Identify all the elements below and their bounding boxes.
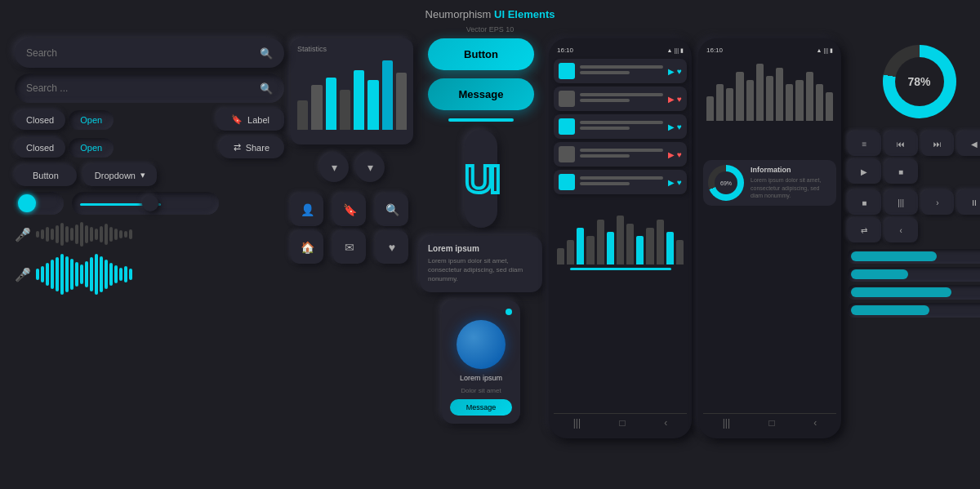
phone-bars (557, 207, 684, 265)
share-button[interactable]: ⇄ Share (219, 136, 284, 158)
scrollbar-4[interactable] (848, 303, 980, 318)
action-1[interactable]: ▶ ♥ (668, 67, 682, 76)
toggle-slider-row (15, 192, 284, 215)
pause-btn[interactable]: ⏸ (957, 190, 980, 215)
signal-icon: ||| (675, 47, 679, 54)
heart-icon-btn[interactable]: ♥ (376, 231, 408, 264)
phone-icons-left: ▲ ||| ▮ (667, 47, 684, 54)
phone-nav-right: ||| □ ‹ (703, 413, 836, 432)
home-icon-btn[interactable]: 🏠 (291, 231, 323, 264)
phone-status-bar-right: 16:10 ▲ ||| ▮ (703, 45, 836, 56)
search-field-2[interactable] (26, 82, 260, 94)
list-item[interactable]: ▶ ♥ (554, 59, 687, 83)
scrollbar-thumb-2 (851, 269, 908, 279)
chevron-down-btn-1[interactable]: ▾ (319, 153, 349, 182)
cyan-button[interactable]: Button (428, 38, 534, 70)
page-title: Neumorphism UI Elements (0, 0, 980, 25)
music-knob[interactable] (457, 320, 506, 369)
scrollbar-3[interactable] (848, 285, 980, 300)
forward-btn[interactable]: › (921, 190, 955, 215)
slider[interactable] (72, 192, 219, 215)
controls-column: 🔍 🔍 Closed Open 🔖 Label Closed Open (15, 38, 284, 438)
toggle-share-row: Closed Open ⇄ Share (15, 136, 284, 158)
action-2[interactable]: ▶ ♥ (668, 95, 682, 104)
thumb-1 (559, 63, 575, 79)
lorem-body: Lorem ipsum dolor sit amet, consectetur … (428, 256, 534, 284)
info-body: Lorem ipsum dolor sit amet, consectetur … (751, 176, 831, 200)
action-4[interactable]: ▶ ♥ (668, 150, 682, 159)
music-message-btn[interactable]: Message (450, 399, 513, 416)
wifi-icon: ▲ (667, 47, 673, 54)
scrollbar-1[interactable] (848, 249, 980, 264)
thumb-2 (559, 91, 575, 107)
closed-button-1[interactable]: Closed (15, 110, 65, 130)
info-title: Information (751, 166, 831, 174)
thumb-5 (559, 174, 575, 190)
nav-menu-icon-r[interactable]: ||| (723, 417, 730, 429)
search-field-1[interactable] (26, 47, 260, 59)
phone-chart-area (703, 59, 836, 157)
thumb-4 (559, 146, 575, 162)
bars-btn[interactable]: ||| (884, 190, 918, 215)
nav-home-icon[interactable]: □ (620, 417, 626, 429)
fastforward-btn[interactable]: ⏭ (921, 131, 955, 156)
action-5[interactable]: ▶ ♥ (668, 178, 682, 187)
main-button[interactable]: Button (15, 165, 77, 186)
bookmark-icon-btn[interactable]: 🔖 (333, 193, 366, 226)
big-donut-pct: 78% (907, 75, 930, 88)
stop-btn[interactable]: ■ (884, 159, 918, 184)
wave-bars-2 (36, 254, 132, 295)
open-button-1[interactable]: Open (69, 110, 114, 130)
search-input-2[interactable]: 🔍 (15, 73, 284, 103)
lorem-title: Lorem ipsum (428, 244, 534, 253)
list-item[interactable]: ▶ ♥ (554, 142, 687, 167)
voice-row-1: 🎤 (15, 222, 284, 247)
closed-button-2[interactable]: Closed (15, 138, 65, 158)
phone-nav-left: ||| □ ‹ (554, 413, 687, 432)
cyan-message-button[interactable]: Message (428, 78, 534, 110)
phone-bar-chart (554, 204, 687, 273)
phone-icons-right: ▲ ||| ▮ (817, 47, 833, 54)
phone-list: ▶ ♥ ▶ ♥ ▶ ♥ (554, 59, 687, 410)
nav-back-icon-r[interactable]: ‹ (813, 417, 817, 429)
rewind-btn[interactable]: ⏮ (884, 131, 918, 156)
prev-btn[interactable]: ◀ (957, 131, 980, 156)
toggle-switch[interactable] (15, 192, 64, 215)
chevron-row: ▾ ▾ (291, 153, 413, 182)
info-column: 78% ≡ ⏮ ⏭ ◀ ▶ ■ ■ ||| › ⏸ ⇄ ‹ (848, 38, 980, 438)
open-button-2[interactable]: Open (69, 138, 114, 158)
shuffle-btn[interactable]: ⇄ (848, 218, 881, 242)
list-item[interactable]: ▶ ♥ (554, 87, 687, 111)
phone-right: 16:10 ▲ ||| ▮ 69% Information Lorem ipsu… (698, 38, 841, 438)
music-player: Lorem ipsum Dolor sit amet Message (442, 300, 521, 424)
info-text: Information Lorem ipsum dolor sit amet, … (751, 166, 831, 200)
buttons-column: Button Message UI Lorem ipsum Lorem ipsu… (420, 38, 542, 438)
text-5 (580, 176, 663, 188)
wifi-icon-r: ▲ (817, 47, 822, 54)
mail-icon-btn[interactable]: ✉ (333, 231, 366, 264)
action-3[interactable]: ▶ ♥ (668, 122, 682, 131)
stop2-btn[interactable]: ■ (848, 190, 881, 215)
page-subtitle: Vector EPS 10 (0, 25, 980, 33)
search-input-1[interactable]: 🔍 (15, 38, 284, 68)
chart-column: Statistics ▾ ▾ 👤 🔖 🔍 🏠 ✉ ♥ (291, 38, 413, 438)
bar-chart (297, 56, 407, 130)
menu-btn[interactable]: ≡ (848, 131, 881, 156)
nav-back-icon[interactable]: ‹ (664, 417, 667, 429)
label-button[interactable]: 🔖 Label (216, 109, 284, 131)
list-item[interactable]: ▶ ♥ (554, 170, 687, 194)
list-item[interactable]: ▶ ♥ (554, 114, 687, 139)
dropdown-button[interactable]: Dropdown ▾ (83, 164, 157, 186)
chevron-down-btn-2[interactable]: ▾ (355, 153, 385, 182)
mic-icon-2: 🎤 (15, 267, 31, 282)
back-btn[interactable]: ‹ (884, 218, 918, 242)
bookmark-icon: 🔖 (231, 114, 243, 125)
nav-menu-icon[interactable]: ||| (573, 417, 581, 429)
text-2 (580, 93, 663, 104)
search-icon-btn[interactable]: 🔍 (376, 193, 408, 226)
nav-home-icon-r[interactable]: □ (769, 417, 775, 429)
user-icon-btn[interactable]: 👤 (291, 193, 323, 226)
signal-icon-r: ||| (824, 47, 828, 54)
scrollbar-2[interactable] (848, 267, 980, 282)
play-btn[interactable]: ▶ (848, 159, 881, 184)
